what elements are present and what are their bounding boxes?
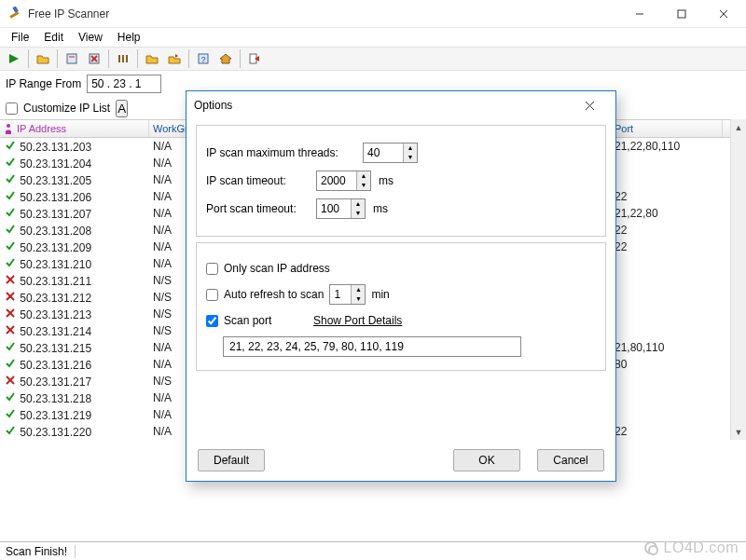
scroll-up-icon[interactable]: ▲ — [731, 119, 746, 135]
cross-icon — [4, 375, 17, 386]
window-title: Free IP Scanner — [28, 7, 618, 20]
separator — [188, 49, 189, 68]
app-icon — [7, 7, 22, 21]
folder-icon[interactable] — [142, 48, 162, 69]
check-icon — [4, 157, 17, 168]
port-timeout-input[interactable] — [317, 199, 351, 218]
folder-export-icon[interactable] — [164, 48, 185, 69]
ip-from-input[interactable] — [87, 75, 161, 93]
cancel-button[interactable]: Cancel — [537, 449, 604, 471]
options-icon[interactable] — [113, 48, 133, 69]
home-icon[interactable] — [215, 48, 236, 69]
scroll-track[interactable] — [731, 135, 746, 424]
spin-down-icon[interactable]: ▼ — [352, 294, 365, 304]
ip-range-label: IP Range From — [6, 77, 81, 90]
col-ip[interactable]: IP Address — [0, 120, 149, 137]
status-bar: Scan Finish! — [0, 541, 746, 560]
menu-view[interactable]: View — [71, 29, 110, 46]
port-timeout-label: Port scan timeout: — [206, 202, 309, 215]
check-icon — [4, 173, 17, 184]
menubar: File Edit View Help — [0, 28, 746, 47]
cross-icon — [4, 324, 17, 335]
options-dialog: Options IP scan maximum threads: ▲▼ IP s… — [186, 90, 616, 482]
toolbar: ? — [0, 47, 746, 71]
port-timeout-spinner[interactable]: ▲▼ — [316, 198, 366, 219]
spin-down-icon[interactable]: ▼ — [352, 209, 365, 218]
scan-options-group: Only scan IP address Auto refresh to sca… — [196, 242, 606, 371]
check-icon — [4, 257, 17, 268]
check-icon — [4, 240, 17, 252]
col-port[interactable]: Port — [611, 120, 723, 137]
separator — [108, 49, 109, 68]
min-label: min — [371, 288, 389, 301]
ok-button[interactable]: OK — [453, 449, 520, 471]
close-button[interactable] — [702, 0, 744, 27]
menu-file[interactable]: File — [4, 29, 36, 46]
only-scan-ip-checkbox[interactable] — [206, 263, 218, 275]
show-port-details-link[interactable]: Show Port Details — [313, 314, 402, 327]
spin-up-icon[interactable]: ▲ — [352, 285, 365, 294]
check-icon — [4, 224, 17, 235]
svg-rect-3 — [678, 10, 685, 18]
customize-label: Customize IP List — [23, 102, 110, 115]
exit-icon[interactable] — [244, 48, 265, 69]
cross-icon — [4, 274, 17, 285]
spin-up-icon[interactable]: ▲ — [352, 199, 365, 209]
maximize-button[interactable] — [660, 0, 702, 27]
dialog-title: Options — [194, 99, 571, 112]
customize-button[interactable]: A — [116, 100, 128, 117]
check-icon — [4, 207, 17, 218]
dialog-close-button[interactable] — [571, 92, 608, 118]
auto-refresh-label: Auto refresh to scan — [224, 288, 324, 301]
ip-timeout-spinner[interactable]: ▲▼ — [316, 171, 371, 191]
spin-up-icon[interactable]: ▲ — [357, 171, 370, 181]
check-icon — [4, 358, 17, 369]
status-text: Scan Finish! — [6, 545, 76, 558]
ip-timeout-input[interactable] — [317, 171, 356, 190]
auto-refresh-spinner[interactable]: ▲▼ — [329, 284, 366, 305]
threads-spinner[interactable]: ▲▼ — [363, 143, 418, 163]
ms-label: ms — [373, 202, 388, 215]
spin-down-icon[interactable]: ▼ — [404, 153, 417, 162]
check-icon — [4, 140, 17, 151]
scan-port-checkbox[interactable] — [206, 315, 218, 327]
ports-input[interactable]: 21, 22, 23, 24, 25, 79, 80, 110, 119 — [223, 336, 521, 357]
auto-refresh-checkbox[interactable] — [206, 289, 218, 301]
spin-up-icon[interactable]: ▲ — [404, 143, 417, 153]
check-icon — [4, 190, 17, 201]
svg-rect-0 — [9, 11, 19, 19]
save-list-icon[interactable] — [62, 48, 82, 69]
titlebar: Free IP Scanner — [0, 0, 746, 28]
threads-input[interactable] — [364, 143, 403, 162]
ms-label: ms — [379, 174, 394, 187]
play-icon[interactable] — [4, 48, 24, 69]
open-folder-icon[interactable] — [33, 48, 53, 69]
cross-icon — [4, 291, 17, 302]
default-button[interactable]: Default — [198, 449, 265, 471]
delete-list-icon[interactable] — [84, 48, 104, 69]
svg-point-19 — [7, 124, 10, 128]
check-icon — [4, 391, 17, 403]
customize-checkbox[interactable] — [6, 102, 18, 115]
svg-marker-6 — [9, 54, 19, 63]
help-icon[interactable]: ? — [193, 48, 214, 69]
menu-edit[interactable]: Edit — [36, 29, 71, 46]
svg-rect-7 — [67, 54, 76, 63]
minimize-button[interactable] — [618, 0, 660, 27]
svg-text:?: ? — [200, 55, 205, 64]
vertical-scrollbar[interactable]: ▲ ▼ — [730, 119, 746, 440]
svg-marker-17 — [220, 54, 231, 63]
dialog-titlebar: Options — [186, 91, 615, 119]
only-scan-ip-label: Only scan IP address — [224, 262, 330, 275]
person-icon — [4, 123, 13, 134]
menu-help[interactable]: Help — [110, 29, 148, 46]
cross-icon — [4, 307, 17, 319]
separator — [240, 49, 241, 68]
check-icon — [4, 408, 17, 419]
threads-label: IP scan maximum threads: — [206, 146, 355, 159]
separator — [28, 49, 29, 68]
auto-refresh-input[interactable] — [330, 285, 351, 304]
check-icon — [4, 341, 17, 352]
scroll-down-icon[interactable]: ▼ — [731, 424, 746, 440]
spin-down-icon[interactable]: ▼ — [357, 181, 370, 190]
